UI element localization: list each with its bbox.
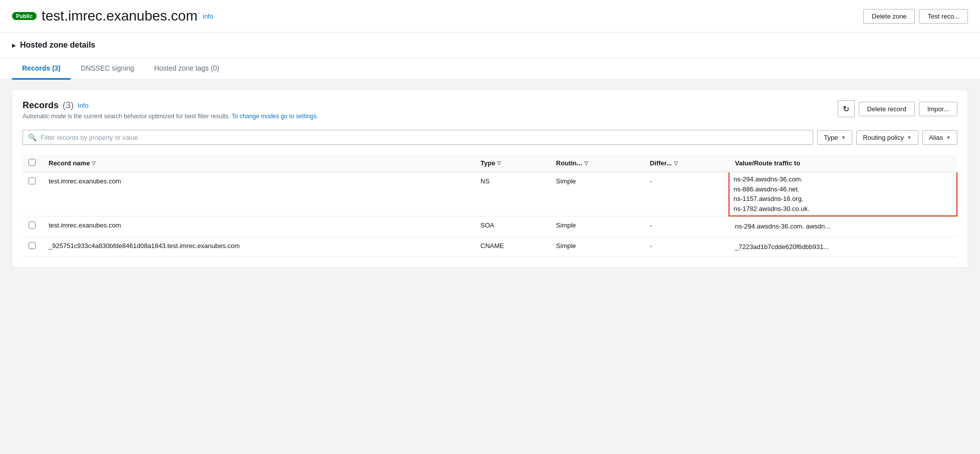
tabs-container: Records (3) DNSSEC signing Hosted zone t… bbox=[0, 58, 980, 80]
page-title: test.imrec.exanubes.com bbox=[42, 8, 197, 24]
routing-cell: Simple bbox=[550, 216, 644, 237]
refresh-button[interactable]: ↻ bbox=[838, 100, 855, 117]
records-panel: Records (3) Info Automatic mode is the c… bbox=[12, 90, 968, 268]
header-differ: Differ... ▽ bbox=[644, 155, 729, 172]
differ-cell: - bbox=[644, 172, 729, 216]
tab-records[interactable]: Records (3) bbox=[12, 58, 71, 80]
row-checkbox[interactable] bbox=[29, 242, 36, 249]
header-actions: Delete zone Test reco... bbox=[863, 9, 968, 24]
hosted-zone-title: Hosted zone details bbox=[20, 41, 95, 50]
table-row: _925751c933c4a830bfde8461d08a1843.test.i… bbox=[23, 237, 957, 257]
routing-sort-icon[interactable]: ▽ bbox=[584, 160, 588, 166]
delete-record-button[interactable]: Delete record bbox=[859, 102, 915, 116]
routing-dropdown-arrow: ▼ bbox=[907, 135, 912, 140]
type-dropdown[interactable]: Type ▼ bbox=[817, 130, 852, 145]
value-cell: ns-294.awsdns-36.com.ns-886.awsdns-46.ne… bbox=[729, 172, 957, 216]
filter-row: 🔍 Type ▼ Routing policy ▼ Alias ▼ bbox=[23, 130, 957, 145]
value-line: ns-1782.awsdns-30.co.uk. bbox=[733, 204, 952, 214]
table-row: test.imrec.exanubes.comNSSimple-ns-294.a… bbox=[23, 172, 957, 216]
table-header-row: Record name ▽ Type ▽ Routin... ▽ bbox=[23, 155, 957, 172]
alias-dropdown-arrow: ▼ bbox=[946, 135, 951, 140]
record-name-sort-icon[interactable]: ▽ bbox=[92, 160, 96, 166]
records-title-row: Records (3) Info bbox=[23, 100, 318, 111]
differ-cell: - bbox=[644, 237, 729, 257]
value-line: ns-886.awsdns-46.net. bbox=[733, 184, 952, 194]
tab-dnssec[interactable]: DNSSEC signing bbox=[71, 58, 144, 80]
filter-input[interactable] bbox=[41, 134, 808, 141]
alias-dropdown[interactable]: Alias ▼ bbox=[922, 130, 957, 145]
record-name-cell: test.imrec.exanubes.com bbox=[43, 216, 474, 237]
row-checkbox[interactable] bbox=[29, 177, 36, 184]
tab-hosted-zone-tags[interactable]: Hosted zone tags (0) bbox=[144, 58, 229, 80]
auto-mode-text: Automatic mode is the current search beh… bbox=[23, 113, 318, 120]
routing-cell: Simple bbox=[550, 237, 644, 257]
hosted-zone-details-toggle[interactable]: ▶ Hosted zone details bbox=[0, 33, 980, 58]
value-line: ns-294.awsdns-36.com. awsdn... bbox=[735, 221, 951, 232]
routing-policy-dropdown[interactable]: Routing policy ▼ bbox=[856, 130, 918, 145]
value-cell: ns-294.awsdns-36.com. awsdn... bbox=[729, 216, 957, 237]
refresh-icon: ↻ bbox=[843, 104, 849, 114]
header-checkbox-cell bbox=[23, 155, 43, 172]
records-heading: Records bbox=[23, 100, 59, 111]
page-header: Public test.imrec.exanubes.com Info Dele… bbox=[0, 0, 980, 33]
type-cell: NS bbox=[474, 172, 550, 216]
differ-sort-icon[interactable]: ▽ bbox=[674, 160, 678, 166]
public-badge: Public bbox=[12, 12, 37, 20]
change-modes-link[interactable]: To change modes go to settings. bbox=[231, 113, 318, 120]
record-name-cell: test.imrec.exanubes.com bbox=[43, 172, 474, 216]
value-line: ns-1157.awsdns-16.org. bbox=[733, 194, 952, 204]
table-row: test.imrec.exanubes.comSOASimple-ns-294.… bbox=[23, 216, 957, 237]
record-name-cell: _925751c933c4a830bfde8461d08a1843.test.i… bbox=[43, 237, 474, 257]
import-records-button[interactable]: Impor... bbox=[919, 102, 957, 116]
test-record-button[interactable]: Test reco... bbox=[919, 9, 968, 24]
routing-cell: Simple bbox=[550, 172, 644, 216]
row-checkbox-cell bbox=[23, 216, 43, 237]
header-type: Type ▽ bbox=[474, 155, 550, 172]
value-cell: _7223ad1b7cdde620f6dbb931... bbox=[729, 237, 957, 257]
type-dropdown-arrow: ▼ bbox=[841, 135, 846, 140]
row-checkbox-cell bbox=[23, 237, 43, 257]
search-icon: 🔍 bbox=[28, 133, 37, 141]
records-title-section: Records (3) Info Automatic mode is the c… bbox=[23, 100, 318, 128]
records-panel-header: Records (3) Info Automatic mode is the c… bbox=[23, 100, 957, 128]
header-routing: Routin... ▽ bbox=[550, 155, 644, 172]
differ-cell: - bbox=[644, 216, 729, 237]
records-count: (3) bbox=[63, 100, 74, 111]
value-line: ns-294.awsdns-36.com. bbox=[733, 174, 952, 184]
records-table: Record name ▽ Type ▽ Routin... ▽ bbox=[23, 155, 957, 257]
records-actions: ↻ Delete record Impor... bbox=[838, 100, 957, 117]
type-cell: CNAME bbox=[474, 237, 550, 257]
type-sort-icon[interactable]: ▽ bbox=[497, 160, 501, 166]
header-value: Value/Route traffic to bbox=[729, 155, 957, 172]
value-line: _7223ad1b7cdde620f6dbb931... bbox=[735, 242, 951, 252]
chevron-right-icon: ▶ bbox=[12, 43, 16, 48]
page-info-link[interactable]: Info bbox=[202, 13, 213, 20]
records-info-link[interactable]: Info bbox=[78, 102, 89, 109]
select-all-checkbox[interactable] bbox=[29, 159, 36, 166]
delete-zone-button[interactable]: Delete zone bbox=[863, 9, 915, 24]
type-cell: SOA bbox=[474, 216, 550, 237]
row-checkbox-cell bbox=[23, 172, 43, 216]
header-record-name: Record name ▽ bbox=[43, 155, 474, 172]
header-left: Public test.imrec.exanubes.com Info bbox=[12, 8, 213, 24]
hosted-zone-section: ▶ Hosted zone details bbox=[0, 33, 980, 58]
row-checkbox[interactable] bbox=[29, 221, 36, 229]
main-content: Records (3) Info Automatic mode is the c… bbox=[0, 80, 980, 278]
filter-input-wrapper: 🔍 bbox=[23, 130, 813, 145]
